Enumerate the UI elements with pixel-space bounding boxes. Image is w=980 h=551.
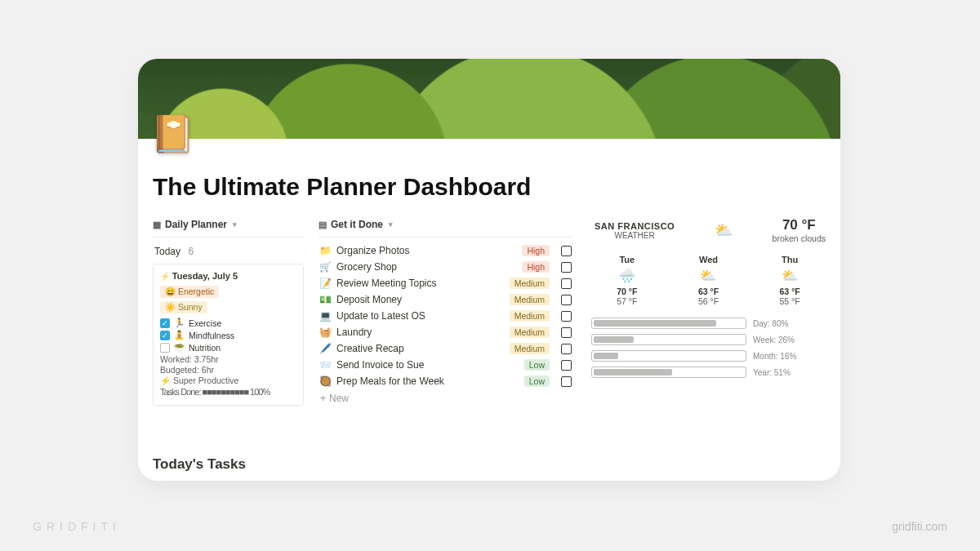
forecast-icon: ⛅: [698, 268, 719, 283]
tasks-done-text: Tasks Done: ■■■■■■■■■■ 100%: [160, 386, 296, 397]
group-count: 6: [188, 246, 194, 257]
task-icon: 📨: [318, 359, 332, 371]
progress-bar: [591, 318, 746, 329]
app-card: 📔 The Ultimate Planner Dashboard ▦ Daily…: [138, 59, 840, 481]
get-it-done-column: ▤ Get it Done ▾ 📁Organize PhotosHigh🛒Gro…: [318, 216, 572, 406]
group-header-today[interactable]: Today 6: [153, 242, 304, 264]
task-checkbox[interactable]: [561, 311, 572, 322]
progress-label: Month: 16%: [753, 352, 796, 361]
forecast-day-name: Tue: [617, 255, 637, 264]
progress-fill: [594, 369, 672, 375]
task-checkbox[interactable]: [561, 376, 572, 387]
forecast-low: 57 °F: [617, 296, 637, 306]
budgeted-text: Budgeted: 6hr: [160, 364, 296, 375]
progress-label: Year: 51%: [753, 368, 791, 377]
task-row[interactable]: 🧺LaundryMedium: [318, 324, 572, 340]
forecast-day: Tue🌧️70 °F57 °F: [617, 255, 637, 306]
task-row[interactable]: 📁Organize PhotosHigh: [318, 242, 572, 259]
task-row[interactable]: 💵Deposit MoneyMedium: [318, 291, 572, 308]
planner-date: Tuesday, July 5: [160, 271, 296, 281]
task-row[interactable]: 📝Review Meeting TopicsMedium: [318, 275, 572, 291]
task-checkbox[interactable]: [561, 246, 572, 256]
super-text: ⚡ Super Productive: [160, 375, 296, 386]
weather-now: 70 °F broken clouds: [773, 217, 826, 243]
habit-row[interactable]: 🏃Exercise: [160, 317, 296, 329]
priority-tag: Medium: [510, 294, 550, 305]
widgets-column: SAN FRANCISCO WEATHER ⛅ 70 °F broken clo…: [586, 216, 831, 406]
priority-tag: Medium: [510, 343, 550, 354]
habit-row[interactable]: 🧘Mindfulness: [160, 329, 296, 341]
checkbox[interactable]: [160, 318, 170, 328]
task-icon: 🥘: [318, 375, 332, 387]
board-icon: ▦: [153, 220, 161, 230]
get-it-done-view-tab[interactable]: ▤ Get it Done ▾: [318, 216, 572, 235]
chevron-down-icon: ▾: [389, 220, 393, 229]
section-todays-tasks: Today's Tasks: [153, 456, 246, 473]
task-checkbox[interactable]: [561, 360, 572, 371]
habit-name: Mindfulness: [189, 331, 234, 340]
forecast-day-name: Thu: [780, 255, 800, 264]
forecast-high: 63 °F: [698, 287, 719, 296]
divider: [318, 237, 572, 238]
progress-label: Day: 80%: [753, 319, 788, 328]
weather-pill: ☀️ Sunny: [160, 301, 207, 313]
forecast-low: 56 °F: [698, 296, 719, 306]
forecast-high: 63 °F: [780, 287, 800, 296]
task-row[interactable]: 🛒Grocery ShopHigh: [318, 259, 572, 275]
task-icon: 🖊️: [318, 343, 332, 354]
task-icon: 📝: [318, 278, 332, 289]
task-name: Send Invoice to Sue: [336, 359, 519, 371]
task-checkbox[interactable]: [561, 262, 572, 273]
task-name: Creative Recap: [336, 343, 505, 354]
chevron-down-icon: ▾: [233, 220, 237, 229]
weather-location: SAN FRANCISCO WEATHER: [595, 221, 675, 240]
divider: [153, 237, 304, 238]
weather-now-temp: 70 °F: [773, 217, 826, 233]
task-list: 📁Organize PhotosHigh🛒Grocery ShopHigh📝Re…: [318, 242, 572, 389]
forecast-high: 70 °F: [617, 287, 637, 296]
task-row[interactable]: 💻Update to Latest OSMedium: [318, 308, 572, 324]
task-row[interactable]: 📨Send Invoice to SueLow: [318, 357, 572, 373]
brand-url: gridfiti.com: [892, 520, 947, 533]
task-row[interactable]: 🖊️Creative RecapMedium: [318, 340, 572, 357]
page-icon[interactable]: 📔: [150, 113, 193, 155]
task-row[interactable]: 🥘Prep Meals for the WeekLow: [318, 373, 572, 389]
list-icon: ▤: [318, 220, 327, 230]
weather-widget: SAN FRANCISCO WEATHER ⛅ 70 °F broken clo…: [586, 216, 831, 250]
task-checkbox[interactable]: [561, 278, 572, 289]
task-name: Update to Latest OS: [336, 310, 505, 322]
priority-tag: Low: [524, 359, 550, 371]
habit-emoji: 🥗: [174, 342, 185, 353]
checkbox[interactable]: [160, 343, 170, 353]
brand-wordmark: GRIDFITI: [33, 520, 121, 533]
progress-bar: [591, 334, 746, 345]
forecast-low: 55 °F: [780, 296, 800, 306]
task-checkbox[interactable]: [561, 344, 572, 354]
daily-planner-view-tab[interactable]: ▦ Daily Planner ▾: [153, 216, 304, 235]
new-task-button[interactable]: +New: [318, 389, 572, 404]
task-name: Grocery Shop: [336, 261, 517, 273]
progress-widget: Day: 80%Week: 26%Month: 16%Year: 51%: [586, 318, 831, 378]
progress-fill: [594, 353, 618, 359]
checkbox[interactable]: [160, 331, 170, 340]
forecast-icon: ⛅: [780, 268, 800, 283]
get-it-done-view-label: Get it Done: [331, 219, 383, 230]
progress-row: Month: 16%: [591, 350, 826, 362]
task-checkbox[interactable]: [561, 327, 572, 338]
forecast-day-name: Wed: [698, 255, 719, 264]
progress-label: Week: 26%: [753, 335, 795, 344]
priority-tag: High: [522, 245, 550, 256]
task-checkbox[interactable]: [561, 295, 572, 305]
columns: ▦ Daily Planner ▾ Today 6 Tuesday, July …: [138, 216, 840, 406]
task-name: Prep Meals for the Week: [336, 375, 519, 387]
forecast-icon: 🌧️: [617, 268, 637, 283]
task-name: Review Meeting Topics: [336, 278, 505, 289]
habit-name: Nutrition: [189, 343, 220, 353]
progress-row: Week: 26%: [591, 334, 826, 345]
page-title[interactable]: The Ultimate Planner Dashboard: [138, 139, 840, 216]
planner-card[interactable]: Tuesday, July 5 😄 Energetic ☀️ Sunny 🏃Ex…: [153, 264, 304, 406]
habit-row[interactable]: 🥗Nutrition: [160, 341, 296, 353]
habit-emoji: 🏃: [174, 318, 185, 328]
task-icon: 💻: [318, 310, 332, 322]
new-label: New: [329, 393, 349, 404]
